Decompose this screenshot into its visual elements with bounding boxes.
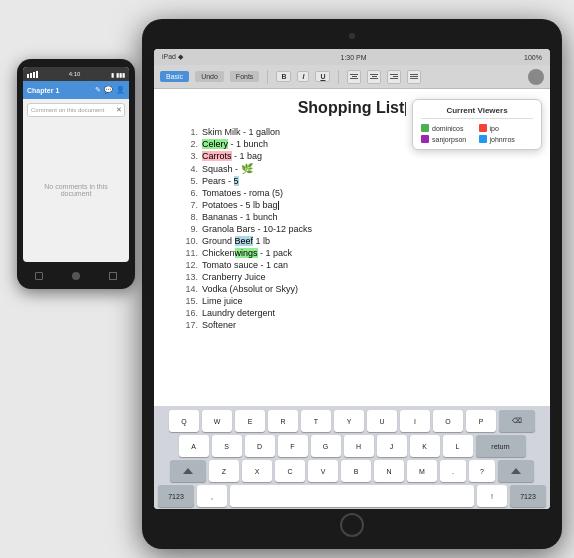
key-v[interactable]: V: [308, 460, 338, 482]
key-a[interactable]: A: [179, 435, 209, 457]
key-i[interactable]: I: [400, 410, 430, 432]
phone-header: Chapter 1 ✎ 💬 👤: [23, 81, 129, 99]
viewer-dot-sanjorpson: [421, 135, 429, 143]
viewer-dot-ipo: [479, 124, 487, 132]
toolbar-tab-fonts[interactable]: Fonts: [230, 71, 260, 82]
key-f[interactable]: F: [278, 435, 308, 457]
toolbar-underline-button[interactable]: U: [315, 71, 330, 82]
list-item: 14.Vodka (Absolut or Skyy): [184, 284, 520, 294]
toolbar-tab-undo[interactable]: Undo: [195, 71, 224, 82]
toolbar-justify-button[interactable]: [407, 70, 421, 84]
toolbar-align-left-button[interactable]: [347, 70, 361, 84]
key-t[interactable]: T: [301, 410, 331, 432]
list-item: 9.Granola Bars - 10-12 packs: [184, 224, 520, 234]
list-item: 8.Bananas - 1 bunch: [184, 212, 520, 222]
tablet-screen: iPad ◆ 1:30 PM 100% Basic Undo Fonts B I…: [154, 49, 550, 509]
viewer-item-johnrros: johnrros: [479, 135, 534, 143]
key-j[interactable]: J: [377, 435, 407, 457]
phone-comment-input[interactable]: Comment on this document: [31, 107, 121, 113]
key-return[interactable]: return: [476, 435, 526, 457]
key-num-right[interactable]: 7123: [510, 485, 546, 507]
document-list: 1.Skim Milk - 1 gallon 2.Celery - 1 bunc…: [184, 127, 520, 330]
tablet-time: 1:30 PM: [340, 54, 366, 61]
key-u[interactable]: U: [367, 410, 397, 432]
key-g[interactable]: G: [311, 435, 341, 457]
viewer-dot-johnrros: [479, 135, 487, 143]
phone-comment-close[interactable]: ✕: [116, 106, 122, 114]
phone-home-button[interactable]: [72, 272, 80, 280]
key-question[interactable]: ?: [469, 460, 495, 482]
toolbar-bold-button[interactable]: B: [276, 71, 291, 82]
keyboard-row-1: Q W E R T Y U I O P ⌫: [158, 410, 546, 432]
key-s[interactable]: S: [212, 435, 242, 457]
list-item: 7.Potatoes - 5 lb bag: [184, 200, 520, 210]
list-item: 12.Tomato sauce - 1 can: [184, 260, 520, 270]
toolbar-italic-button[interactable]: I: [297, 71, 309, 82]
key-comma[interactable]: ,: [197, 485, 227, 507]
viewer-item-sanjorpson: sanjorpson: [421, 135, 476, 143]
tablet-keyboard: Q W E R T Y U I O P ⌫ A S D F: [154, 406, 550, 509]
phone-nav-bar: [21, 269, 131, 283]
phone-edit-icon[interactable]: ✎: [95, 86, 101, 94]
keyboard-row-2: A S D F G H J K L return: [158, 435, 546, 457]
key-w[interactable]: W: [202, 410, 232, 432]
key-p[interactable]: P: [466, 410, 496, 432]
phone-screen: 4:10 ▮ ▮▮▮ Chapter 1 ✎ 💬 👤 Comment on th…: [23, 67, 129, 262]
key-m[interactable]: M: [407, 460, 437, 482]
tablet-battery: 100%: [524, 54, 542, 61]
viewers-popup-title: Current Viewers: [421, 106, 533, 119]
phone-status-bar: 4:10 ▮ ▮▮▮: [23, 67, 129, 81]
tablet-toolbar: Basic Undo Fonts B I U: [154, 65, 550, 89]
keyboard-row-bottom: 7123 , ! 7123: [158, 485, 546, 507]
toolbar-align-center-button[interactable]: [367, 70, 381, 84]
viewer-name-sanjorpson: sanjorpson: [432, 136, 466, 143]
list-item: 16.Laundry detergent: [184, 308, 520, 318]
key-o[interactable]: O: [433, 410, 463, 432]
toolbar-tab-basic[interactable]: Basic: [160, 71, 189, 82]
phone-no-comments-text: No comments in this document: [23, 117, 129, 262]
list-item: 17.Softener: [184, 320, 520, 330]
key-num-left[interactable]: 7123: [158, 485, 194, 507]
key-d[interactable]: D: [245, 435, 275, 457]
viewer-item-dominicos: dominicos: [421, 124, 476, 132]
key-k[interactable]: K: [410, 435, 440, 457]
phone-comment-icon[interactable]: 💬: [104, 86, 113, 94]
key-space[interactable]: [230, 485, 474, 507]
key-exclaim[interactable]: !: [477, 485, 507, 507]
scene: 4:10 ▮ ▮▮▮ Chapter 1 ✎ 💬 👤 Comment on th…: [7, 9, 567, 549]
key-c[interactable]: C: [275, 460, 305, 482]
key-shift-right[interactable]: [498, 460, 534, 482]
viewers-popup: Current Viewers dominicos ipo sanjorpson: [412, 99, 542, 150]
viewer-name-dominicos: dominicos: [432, 125, 464, 132]
key-delete[interactable]: ⌫: [499, 410, 535, 432]
keyboard-row-3: Z X C V B N M . ?: [158, 460, 546, 482]
phone-back-button[interactable]: [35, 272, 43, 280]
viewers-grid: dominicos ipo sanjorpson johnrros: [421, 124, 533, 143]
phone-menu-button[interactable]: [109, 272, 117, 280]
tablet-model: iPad ◆: [162, 53, 183, 61]
phone-device: 4:10 ▮ ▮▮▮ Chapter 1 ✎ 💬 👤 Comment on th…: [17, 59, 135, 289]
toolbar-user-avatar[interactable]: [528, 69, 544, 85]
tablet-home-button[interactable]: [340, 513, 364, 537]
key-n[interactable]: N: [374, 460, 404, 482]
list-item: 10.Ground Beef 1 lb: [184, 236, 520, 246]
list-item: 5.Pears - 5: [184, 176, 520, 186]
key-y[interactable]: Y: [334, 410, 364, 432]
key-z[interactable]: Z: [209, 460, 239, 482]
list-item: 15.Lime juice: [184, 296, 520, 306]
key-x[interactable]: X: [242, 460, 272, 482]
tablet-status-bar: iPad ◆ 1:30 PM 100%: [154, 49, 550, 65]
key-q[interactable]: Q: [169, 410, 199, 432]
key-b[interactable]: B: [341, 460, 371, 482]
key-l[interactable]: L: [443, 435, 473, 457]
list-item: 4.Squash - 🌿: [184, 163, 520, 174]
key-shift-left[interactable]: [170, 460, 206, 482]
key-e[interactable]: E: [235, 410, 265, 432]
phone-user-icon[interactable]: 👤: [116, 86, 125, 94]
phone-chapter-title: Chapter 1: [27, 87, 59, 94]
viewer-name-ipo: ipo: [490, 125, 499, 132]
key-period[interactable]: .: [440, 460, 466, 482]
key-h[interactable]: H: [344, 435, 374, 457]
toolbar-align-right-button[interactable]: [387, 70, 401, 84]
key-r[interactable]: R: [268, 410, 298, 432]
